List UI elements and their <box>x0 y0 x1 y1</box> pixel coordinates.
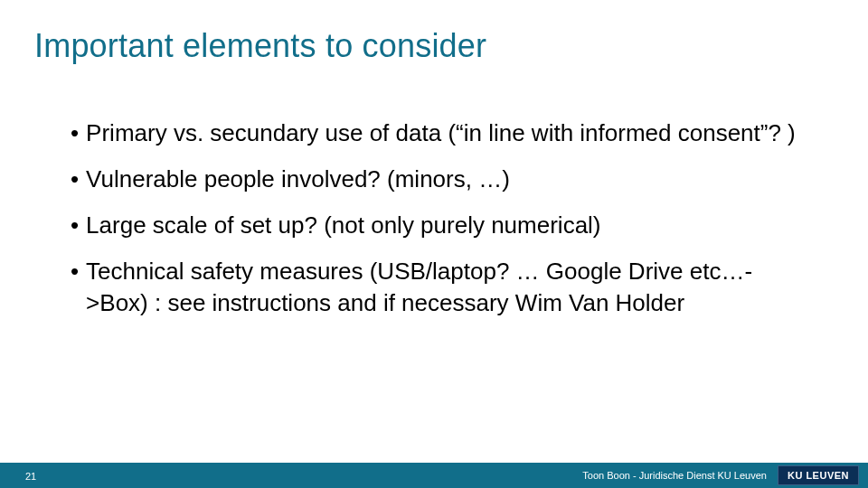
bullet-dot-icon: • <box>71 210 79 241</box>
bullet-text: Technical safety measures (USB/laptop? …… <box>86 256 812 319</box>
slide-body: • Primary vs. secundary use of data (“in… <box>71 117 812 333</box>
bullet-dot-icon: • <box>71 256 79 319</box>
bullet-item: • Primary vs. secundary use of data (“in… <box>71 117 812 149</box>
page-number: 21 <box>25 471 36 482</box>
bullet-text: Vulnerable people involved? (minors, …) <box>86 164 812 195</box>
footer-bar: 21 Toon Boon - Juridische Dienst KU Leuv… <box>0 463 868 488</box>
bullet-item: • Large scale of set up? (not only purel… <box>71 210 812 241</box>
bullet-dot-icon: • <box>71 117 79 149</box>
bullet-item: • Vulnerable people involved? (minors, …… <box>71 164 812 195</box>
slide-title: Important elements to consider <box>34 27 486 65</box>
ku-leuven-logo: KU LEUVEN <box>778 465 859 485</box>
bullet-item: • Technical safety measures (USB/laptop?… <box>71 256 812 319</box>
bullet-text: Large scale of set up? (not only purely … <box>86 210 812 241</box>
bullet-text: Primary vs. secundary use of data (“in l… <box>86 117 812 149</box>
footer-text: Toon Boon - Juridische Dienst KU Leuven <box>582 470 778 481</box>
slide: Important elements to consider • Primary… <box>0 0 868 488</box>
bullet-dot-icon: • <box>71 164 79 195</box>
